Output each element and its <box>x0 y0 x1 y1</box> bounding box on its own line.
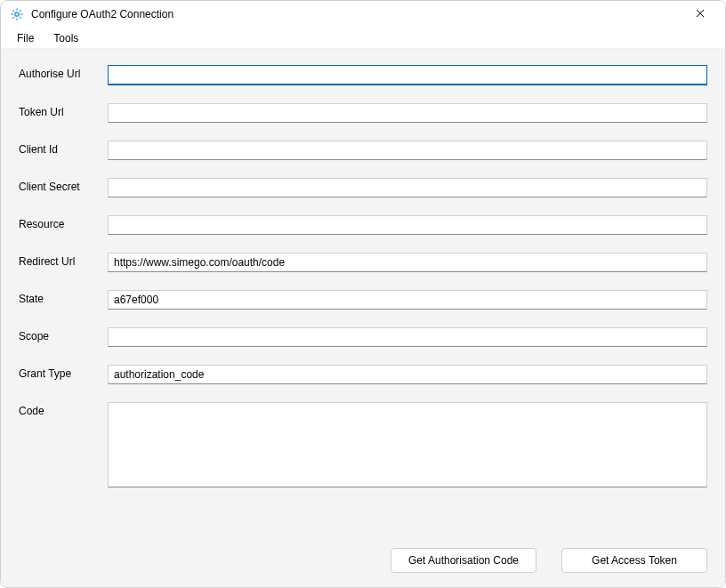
label-client-secret: Client Secret <box>19 178 108 193</box>
get-authorisation-code-button[interactable]: Get Authorisation Code <box>391 548 536 573</box>
row-state: State <box>19 290 707 310</box>
label-state: State <box>19 290 108 305</box>
row-authorise-url: Authorise Url <box>19 65 707 85</box>
label-token-url: Token Url <box>19 103 108 118</box>
row-code: Code <box>19 402 707 490</box>
button-row: Get Authorisation Code Get Access Token <box>19 536 707 573</box>
redirect-url-input[interactable] <box>108 253 707 272</box>
code-textarea[interactable] <box>108 402 707 487</box>
menu-tools[interactable]: Tools <box>44 29 87 47</box>
authorise-url-input[interactable] <box>108 65 707 85</box>
label-code: Code <box>19 402 108 417</box>
titlebar: Configure OAuth2 Connection <box>1 1 725 28</box>
label-grant-type: Grant Type <box>19 365 108 380</box>
scope-input[interactable] <box>108 327 707 347</box>
token-url-input[interactable] <box>108 103 707 123</box>
client-secret-input[interactable] <box>108 178 707 197</box>
row-client-secret: Client Secret <box>19 178 707 197</box>
get-access-token-button[interactable]: Get Access Token <box>561 548 707 573</box>
gear-icon <box>10 7 24 21</box>
state-input[interactable] <box>108 290 707 310</box>
label-authorise-url: Authorise Url <box>19 65 108 80</box>
menu-file[interactable]: File <box>8 29 43 47</box>
row-resource: Resource <box>19 215 707 235</box>
client-id-input[interactable] <box>108 141 707 160</box>
close-button[interactable] <box>682 2 718 27</box>
menubar: File Tools <box>1 28 725 49</box>
label-scope: Scope <box>19 327 108 342</box>
resource-input[interactable] <box>108 215 707 235</box>
label-client-id: Client Id <box>19 141 108 156</box>
close-icon <box>696 8 705 20</box>
window-root: Configure OAuth2 Connection File Tools A… <box>0 0 726 588</box>
label-redirect-url: Redirect Url <box>19 253 108 268</box>
form: Authorise Url Token Url Client Id Client… <box>19 65 707 536</box>
row-scope: Scope <box>19 327 707 347</box>
row-token-url: Token Url <box>19 103 707 123</box>
row-redirect-url: Redirect Url <box>19 253 707 272</box>
client-area: Authorise Url Token Url Client Id Client… <box>1 49 725 587</box>
row-client-id: Client Id <box>19 141 707 160</box>
row-grant-type: Grant Type <box>19 365 707 384</box>
label-resource: Resource <box>19 215 108 230</box>
svg-point-0 <box>15 12 19 16</box>
grant-type-input[interactable] <box>108 365 707 384</box>
window-title: Configure OAuth2 Connection <box>31 8 682 20</box>
